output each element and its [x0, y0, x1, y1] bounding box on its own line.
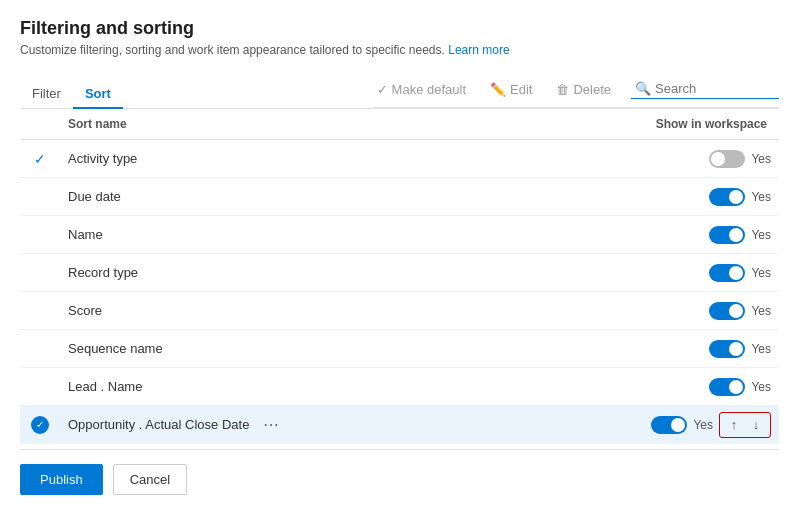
page-title: Filtering and sorting	[20, 18, 779, 39]
delete-button[interactable]: 🗑 Delete	[552, 80, 615, 99]
page-subtitle: Customize filtering, sorting and work it…	[20, 43, 779, 57]
trash-icon: 🗑	[556, 82, 569, 97]
toggle-label-8: Yes	[693, 418, 713, 432]
row-check-1: ✓	[20, 151, 60, 167]
tab-bar: Filter Sort ✓ Make default ✏️ Edit 🗑 Del…	[20, 71, 779, 109]
row-name-6: Sequence name	[60, 341, 599, 356]
row-name-4: Record type	[60, 265, 599, 280]
row-check-8: ✓	[20, 416, 60, 434]
table-row: ✓ Activity type Yes	[20, 140, 779, 178]
toggle-label-5: Yes	[751, 304, 771, 318]
toggle-label-7: Yes	[751, 380, 771, 394]
row-name-2: Due date	[60, 189, 599, 204]
subtitle-text: Customize filtering, sorting and work it…	[20, 43, 448, 57]
toggle-label-4: Yes	[751, 266, 771, 280]
table-row: Sequence name Yes	[20, 330, 779, 368]
toggle-label-1: Yes	[751, 152, 771, 166]
search-icon: 🔍	[635, 81, 651, 96]
toggle-5[interactable]	[709, 302, 745, 320]
sort-arrows-control: ↑ ↓	[719, 412, 771, 438]
row-show-6: Yes	[599, 340, 779, 358]
footer: Publish Cancel	[20, 449, 779, 511]
toggle-4[interactable]	[709, 264, 745, 282]
row-show-2: Yes	[599, 188, 779, 206]
toggle-7[interactable]	[709, 378, 745, 396]
publish-button[interactable]: Publish	[20, 464, 103, 495]
row-show-7: Yes	[599, 378, 779, 396]
tab-sort[interactable]: Sort	[73, 80, 123, 109]
page-container: Filtering and sorting Customize filterin…	[0, 0, 799, 511]
toggle-label-3: Yes	[751, 228, 771, 242]
col-show: Show in workspace	[599, 117, 779, 131]
toggle-8[interactable]	[651, 416, 687, 434]
toolbar: ✓ Make default ✏️ Edit 🗑 Delete 🔍	[373, 71, 779, 108]
sort-down-button[interactable]: ↓	[746, 415, 766, 435]
table-row: Record type Yes	[20, 254, 779, 292]
edit-button[interactable]: ✏️ Edit	[486, 80, 536, 99]
table-row: Due date Yes	[20, 178, 779, 216]
row-name-5: Score	[60, 303, 599, 318]
toggle-3[interactable]	[709, 226, 745, 244]
col-sort-name: Sort name	[60, 117, 599, 131]
table-row: Lead . Name Yes	[20, 368, 779, 406]
check-tick-icon: ✓	[34, 151, 46, 167]
row-show-3: Yes	[599, 226, 779, 244]
table-row: Name Yes	[20, 216, 779, 254]
row-name-8: Opportunity . Actual Close Date ⋯	[60, 413, 599, 436]
sort-up-button[interactable]: ↑	[724, 415, 744, 435]
table-header: Sort name Show in workspace	[20, 109, 779, 140]
search-input[interactable]	[655, 81, 775, 96]
row-context-menu[interactable]: ⋯	[257, 413, 285, 436]
table-row: Score Yes	[20, 292, 779, 330]
table-row-selected: ✓ Opportunity . Actual Close Date ⋯ Yes …	[20, 406, 779, 444]
tab-filter[interactable]: Filter	[20, 80, 73, 109]
col-check	[20, 117, 60, 131]
make-default-button[interactable]: ✓ Make default	[373, 80, 470, 99]
row-name-3: Name	[60, 227, 599, 242]
row-name-7: Lead . Name	[60, 379, 599, 394]
edit-icon: ✏️	[490, 82, 506, 97]
row-name-1: Activity type	[60, 151, 599, 166]
cancel-button[interactable]: Cancel	[113, 464, 187, 495]
toggle-6[interactable]	[709, 340, 745, 358]
sort-table: Sort name Show in workspace ✓ Activity t…	[20, 109, 779, 449]
checkmark-icon: ✓	[377, 82, 388, 97]
row-show-5: Yes	[599, 302, 779, 320]
circle-check-icon: ✓	[31, 416, 49, 434]
row-show-1: Yes	[599, 150, 779, 168]
search-wrapper: 🔍	[631, 79, 779, 99]
toggle-2[interactable]	[709, 188, 745, 206]
toggle-1[interactable]	[709, 150, 745, 168]
toggle-label-6: Yes	[751, 342, 771, 356]
toggle-label-2: Yes	[751, 190, 771, 204]
row-show-4: Yes	[599, 264, 779, 282]
learn-more-link[interactable]: Learn more	[448, 43, 509, 57]
row-show-8: Yes ↑ ↓	[599, 412, 779, 438]
